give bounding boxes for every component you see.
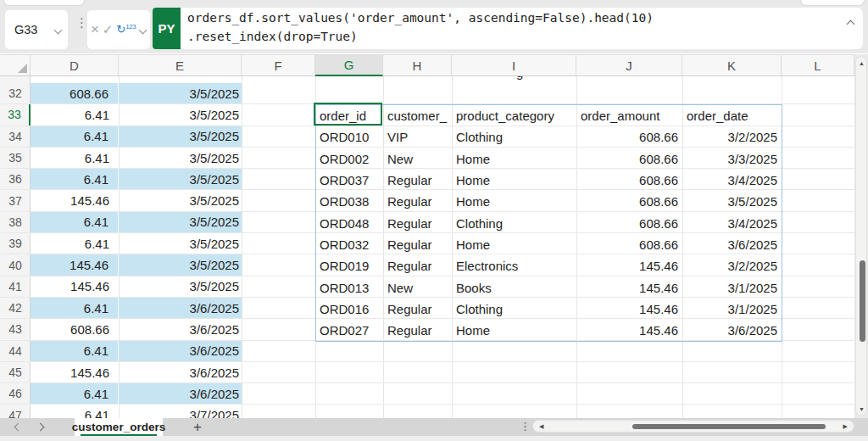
cell-G40[interactable]: ORD019: [316, 255, 384, 276]
cell-I42[interactable]: Clothing: [453, 299, 577, 320]
chevron-down-icon[interactable]: [139, 26, 147, 34]
python-output-as-values-icon[interactable]: ↻123: [116, 23, 136, 36]
scroll-right-icon[interactable]: ▶: [843, 423, 848, 430]
cell-E35[interactable]: 3/5/2025: [119, 148, 242, 168]
formula-bar-drag-handle-icon[interactable]: ⋮: [75, 15, 88, 31]
cell-D37[interactable]: 145.46: [31, 191, 119, 211]
row-header-33[interactable]: 33: [0, 104, 31, 125]
cell-K38[interactable]: 3/4/2025: [683, 213, 782, 234]
cell-H42[interactable]: Regular: [384, 299, 453, 320]
scroll-down-icon[interactable]: ▼: [859, 406, 865, 412]
next-sheet-icon[interactable]: [34, 421, 49, 434]
cell-D35[interactable]: 6.41: [31, 148, 119, 168]
sheet-tab-customer-orders[interactable]: customer_orders: [75, 418, 163, 436]
horizontal-scrollbar[interactable]: ◀ ▶: [532, 420, 854, 433]
cell-D40[interactable]: 145.46: [31, 254, 119, 275]
row-header-42[interactable]: 42: [0, 298, 31, 318]
column-header-K[interactable]: K: [682, 55, 782, 75]
column-header-F[interactable]: F: [242, 55, 315, 75]
add-sheet-button[interactable]: +: [188, 418, 207, 436]
cell-H37[interactable]: Regular: [384, 191, 453, 212]
row-header-39[interactable]: 39: [0, 233, 31, 254]
row-header-35[interactable]: 35: [0, 148, 31, 168]
cell-J42[interactable]: 145.46: [577, 299, 683, 320]
column-header-E[interactable]: E: [119, 55, 242, 75]
cell-H36[interactable]: Regular: [384, 170, 453, 191]
row-header-40[interactable]: 40: [0, 254, 31, 275]
column-header-D[interactable]: D: [31, 55, 119, 75]
row-header-41[interactable]: 41: [0, 276, 31, 297]
cell-D34[interactable]: 6.41: [31, 126, 119, 147]
cell-G41[interactable]: ORD013: [316, 276, 384, 298]
cell-G42[interactable]: ORD016: [316, 299, 384, 320]
cell-E36[interactable]: 3/5/2025: [119, 169, 242, 189]
cell-H35[interactable]: New: [384, 148, 453, 170]
column-header-L[interactable]: L: [782, 55, 854, 75]
cell-H41[interactable]: New: [384, 276, 453, 298]
cell-D33[interactable]: 6.41: [31, 104, 119, 125]
cell-E33[interactable]: 3/5/2025: [119, 104, 242, 125]
row-header-47[interactable]: 47: [0, 405, 31, 419]
cell-K33[interactable]: order_date: [683, 105, 782, 126]
cell-D47[interactable]: 6.41: [31, 405, 119, 419]
cell-K35[interactable]: 3/3/2025: [683, 148, 782, 170]
cell-E42[interactable]: 3/6/2025: [119, 298, 242, 318]
cell-I36[interactable]: Home: [453, 170, 577, 191]
cell-H39[interactable]: Regular: [384, 234, 453, 255]
cell-G39[interactable]: ORD032: [316, 234, 384, 255]
row-header-45[interactable]: 45: [0, 362, 31, 382]
cell-D41[interactable]: 145.46: [31, 276, 119, 297]
cell-G37[interactable]: ORD038: [316, 191, 384, 212]
cell-G36[interactable]: ORD037: [316, 170, 384, 191]
cell-D44[interactable]: 6.41: [31, 341, 119, 361]
cell-H38[interactable]: Regular: [384, 213, 453, 234]
cell-K41[interactable]: 3/1/2025: [683, 276, 782, 298]
column-header-G[interactable]: G: [315, 55, 383, 76]
cell-J39[interactable]: 608.66: [577, 234, 683, 255]
select-all-corner[interactable]: [0, 55, 31, 75]
row-header-44[interactable]: 44: [0, 341, 31, 361]
cell-E38[interactable]: 3/5/2025: [119, 212, 242, 232]
vertical-scrollbar-track[interactable]: ▲ ▼: [855, 56, 867, 416]
prev-sheet-icon[interactable]: [12, 421, 27, 434]
cell-H43[interactable]: Regular: [384, 320, 453, 341]
cell-I34[interactable]: Clothing: [453, 126, 577, 148]
cell-H40[interactable]: Regular: [384, 255, 453, 276]
cell-D38[interactable]: 6.41: [31, 212, 119, 232]
cell-G34[interactable]: ORD010: [316, 126, 384, 148]
scroll-left-icon[interactable]: ◀: [539, 423, 543, 430]
row-header-34[interactable]: 34: [0, 126, 31, 147]
vertical-scrollbar[interactable]: ▲ ▼: [854, 54, 868, 418]
cell-I40[interactable]: Electronics: [453, 255, 577, 276]
collapse-formula-bar-icon[interactable]: [847, 18, 854, 25]
cancel-icon[interactable]: ×: [91, 21, 99, 38]
cell-E43[interactable]: 3/6/2025: [119, 319, 242, 339]
cell-J35[interactable]: 608.66: [577, 148, 683, 170]
cell-K34[interactable]: 3/2/2025: [683, 126, 782, 148]
cell-G43[interactable]: ORD027: [316, 320, 384, 341]
cell-G38[interactable]: ORD048: [316, 213, 384, 234]
cell-E40[interactable]: 3/5/2025: [119, 254, 242, 275]
cell-E45[interactable]: 3/6/2025: [119, 362, 242, 382]
cell-J40[interactable]: 145.46: [577, 255, 683, 276]
cell-J33[interactable]: order_amount: [577, 105, 683, 126]
cell-I38[interactable]: Clothing: [453, 213, 577, 234]
cell-J43[interactable]: 145.46: [577, 320, 683, 341]
cell-K40[interactable]: 3/2/2025: [683, 255, 782, 276]
horizontal-scrollbar-thumb[interactable]: [632, 424, 826, 430]
cell-K36[interactable]: 3/4/2025: [683, 170, 782, 191]
column-header-H[interactable]: H: [383, 55, 452, 75]
column-header-J[interactable]: J: [576, 55, 682, 75]
cell-E37[interactable]: 3/5/2025: [119, 191, 242, 211]
vertical-scrollbar-thumb[interactable]: [860, 260, 865, 342]
cell-E32[interactable]: 3/5/2025: [119, 83, 242, 103]
cell-I33[interactable]: product_category: [453, 105, 577, 126]
row-header-32[interactable]: 32: [0, 83, 31, 103]
cell-E44[interactable]: 3/6/2025: [119, 341, 242, 361]
cell-E39[interactable]: 3/5/2025: [119, 233, 242, 254]
cell-D39[interactable]: 6.41: [31, 233, 119, 254]
cell-H33[interactable]: customer_: [384, 105, 453, 126]
row-header-37[interactable]: 37: [0, 191, 31, 211]
row-header-38[interactable]: 38: [0, 212, 31, 232]
cell-J36[interactable]: 608.66: [577, 170, 683, 191]
